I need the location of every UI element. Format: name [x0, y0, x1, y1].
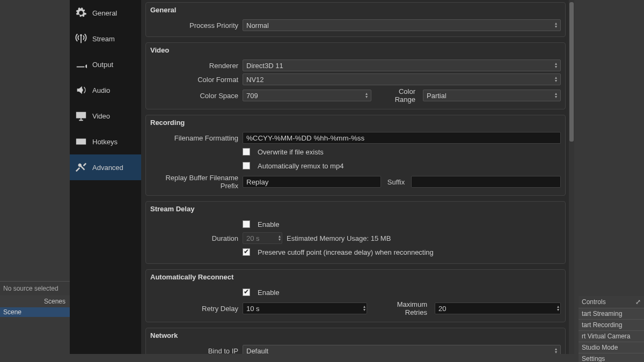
color-range-select[interactable]: Partial ▴▾ [423, 90, 561, 101]
color-format-select[interactable]: NV12 ▴▾ [243, 73, 561, 85]
remux-label[interactable]: Automatically remux to mp4 [258, 162, 343, 170]
controls-header-label: Controls [582, 298, 606, 306]
remux-checkbox[interactable] [243, 162, 250, 169]
panel-title: Automatically Reconnect [146, 270, 565, 285]
select-value: NV12 [246, 76, 264, 84]
virtual-camera-button[interactable]: rt Virtual Camera [579, 330, 644, 342]
sidebar-item-output[interactable]: Output [70, 51, 141, 77]
bind-ip-label: Bind to IP [150, 347, 243, 354]
panel-recording: Recording Filename Formatting Overwrite … [145, 115, 566, 196]
overwrite-label[interactable]: Overwrite if file exists [258, 148, 324, 156]
scene-item[interactable]: Scene [0, 307, 70, 317]
gear-icon [75, 7, 87, 19]
scrollbar-track[interactable] [569, 0, 574, 354]
preserve-checkbox[interactable] [243, 248, 250, 256]
sidebar-item-general[interactable]: General [70, 0, 141, 26]
suffix-label: Suffix [385, 178, 407, 186]
settings-button[interactable]: Settings [579, 353, 644, 362]
color-format-label: Color Format [150, 76, 243, 84]
delay-enable-label[interactable]: Enable [258, 220, 279, 228]
panel-stream-delay: Stream Delay Enable Duration 20 s ▴▾ [145, 201, 566, 264]
chevron-updown-icon: ▴▾ [555, 348, 557, 354]
no-source-text: No source selected [0, 281, 70, 295]
select-value: 709 [246, 92, 258, 100]
duration-label: Duration [150, 234, 243, 242]
chevron-updown-icon: ▴▾ [363, 305, 365, 312]
chevron-updown-icon: ▴▾ [557, 305, 559, 312]
sidebar-item-label: Output [92, 61, 113, 69]
settings-window: General Stream Output Audio Video Hotkey… [70, 0, 574, 354]
keyboard-icon [75, 136, 87, 147]
tools-icon [75, 161, 87, 173]
settings-content: General Process Priority Normal ▴▾ Video… [141, 0, 574, 354]
max-retries-label: Maximum Retries [371, 300, 430, 316]
sidebar-item-label: Hotkeys [92, 138, 118, 146]
antenna-icon [75, 33, 87, 45]
sidebar-item-video[interactable]: Video [70, 103, 141, 129]
color-space-select[interactable]: 709 ▴▾ [243, 90, 371, 101]
controls-header: Controls ⤢ [579, 296, 644, 308]
color-range-label: Color Range [376, 87, 419, 104]
start-streaming-button[interactable]: tart Streaming [579, 308, 644, 319]
renderer-label: Renderer [150, 62, 243, 70]
chevron-updown-icon: ▴▾ [555, 62, 557, 69]
preserve-label[interactable]: Preserve cutoff point (increase delay) w… [258, 248, 434, 256]
sidebar-item-advanced[interactable]: Advanced [70, 154, 141, 180]
filename-formatting-input[interactable] [243, 132, 561, 144]
scrollbar-thumb[interactable] [569, 2, 574, 142]
suffix-input[interactable] [411, 176, 561, 188]
replay-prefix-label: Replay Buffer Filename Prefix [150, 174, 243, 190]
max-retries-spinbox[interactable]: 20 ▴▾ [435, 302, 561, 314]
sidebar-item-audio[interactable]: Audio [70, 77, 141, 103]
panel-network: Network Bind to IP Default ▴▾ [145, 328, 566, 354]
duration-spinbox[interactable]: 20 s ▴▾ [243, 232, 282, 244]
chevron-updown-icon: ▴▾ [555, 92, 557, 99]
studio-mode-button[interactable]: Studio Mode [579, 342, 644, 353]
select-value: Default [246, 347, 268, 354]
scenes-header: Scenes [0, 295, 70, 307]
speaker-icon [75, 84, 87, 96]
chevron-updown-icon: ▴▾ [555, 76, 557, 83]
filename-formatting-label: Filename Formatting [150, 134, 243, 142]
bind-ip-select[interactable]: Default ▴▾ [243, 345, 561, 354]
chevron-updown-icon: ▴▾ [279, 235, 281, 241]
reconnect-enable-label[interactable]: Enable [258, 289, 279, 297]
est-memory-label: Estimated Memory Usage: 15 MB [287, 234, 391, 242]
panel-title: Video [146, 43, 565, 58]
select-value: Normal [246, 21, 269, 29]
sidebar-item-label: Advanced [92, 164, 123, 172]
settings-sidebar: General Stream Output Audio Video Hotkey… [70, 0, 141, 354]
process-priority-select[interactable]: Normal ▴▾ [243, 19, 561, 31]
retry-delay-label: Retry Delay [150, 305, 243, 313]
start-recording-button[interactable]: tart Recording [579, 319, 644, 330]
chevron-updown-icon: ▴▾ [555, 22, 557, 28]
sidebar-item-hotkeys[interactable]: Hotkeys [70, 129, 141, 154]
retry-delay-spinbox[interactable]: 10 s ▴▾ [243, 302, 367, 314]
panel-reconnect: Automatically Reconnect Enable Retry Del… [145, 269, 566, 322]
delay-enable-checkbox[interactable] [243, 220, 250, 228]
sidebar-item-label: General [92, 9, 117, 17]
overwrite-checkbox[interactable] [243, 148, 250, 156]
controls-popout-icon: ⤢ [635, 298, 641, 306]
select-value: Direct3D 11 [246, 62, 283, 70]
panel-title: Network [146, 328, 565, 344]
sidebar-item-label: Stream [92, 35, 115, 43]
color-space-label: Color Space [150, 92, 243, 100]
panel-title: General [146, 3, 565, 18]
spinbox-value: 20 s [246, 234, 272, 242]
spinbox-value: 10 s [246, 305, 272, 313]
monitor-icon [75, 110, 87, 122]
chevron-updown-icon: ▴▾ [365, 92, 368, 99]
process-priority-label: Process Priority [150, 21, 243, 29]
panel-title: Stream Delay [146, 202, 565, 217]
reconnect-enable-checkbox[interactable] [243, 289, 250, 296]
sidebar-item-label: Audio [92, 86, 110, 94]
renderer-select[interactable]: Direct3D 11 ▴▾ [243, 60, 561, 71]
sidebar-item-stream[interactable]: Stream [70, 26, 141, 51]
replay-prefix-input[interactable] [243, 176, 381, 188]
sidebar-item-label: Video [92, 112, 110, 120]
panel-title: Recording [146, 115, 565, 131]
panel-video: Video Renderer Direct3D 11 ▴▾ Color Form… [145, 42, 566, 109]
monitor-out-icon [75, 58, 87, 70]
select-value: Partial [427, 92, 447, 100]
